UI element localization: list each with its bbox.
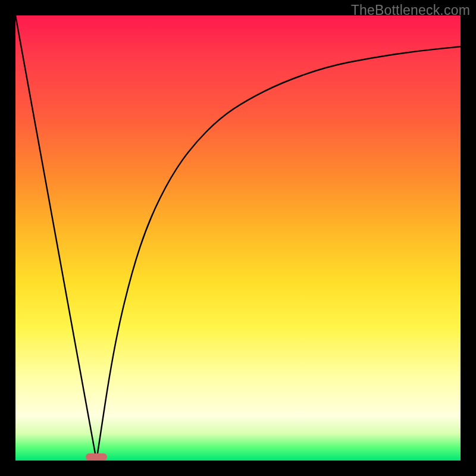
watermark-text: TheBottleneck.com — [351, 2, 470, 18]
cusp-marker — [86, 453, 107, 461]
plot-area — [15, 15, 461, 461]
chart-frame: TheBottleneck.com — [0, 0, 476, 476]
curve-left-branch — [15, 15, 96, 461]
curve-right-branch — [96, 46, 461, 461]
bottleneck-curve — [15, 15, 461, 461]
